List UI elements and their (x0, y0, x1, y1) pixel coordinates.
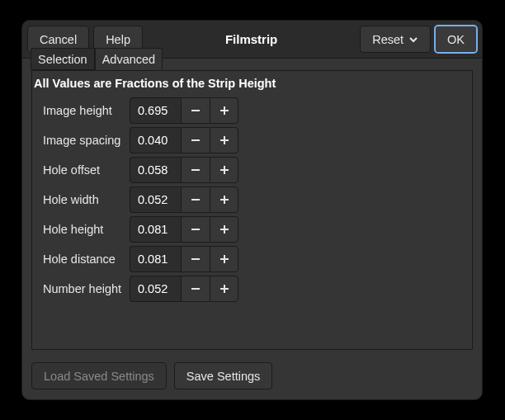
svg-rect-18 (191, 288, 200, 290)
plus-icon (219, 105, 230, 116)
row-hole-height: Hole height 0.081 (43, 215, 461, 244)
dialog-window: Cancel Help Filmstrip Reset OK Selection… (21, 20, 483, 400)
input-hole-distance[interactable]: 0.081 (130, 246, 181, 272)
label-image-spacing: Image spacing (43, 134, 130, 147)
plus-icon (219, 283, 230, 295)
stepper-hole-distance: 0.081 (130, 246, 238, 272)
dialog-body: Selection Advanced All Values are Fracti… (31, 70, 473, 350)
row-image-spacing: Image spacing 0.040 (43, 125, 461, 155)
plus-icon (219, 164, 230, 176)
minus-icon (190, 253, 201, 265)
svg-rect-20 (224, 285, 225, 293)
stepper-hole-height: 0.081 (130, 216, 238, 243)
row-hole-offset: Hole offset 0.058 (43, 155, 461, 185)
row-number-height: Number height 0.052 (43, 274, 461, 304)
label-hole-offset: Hole offset (43, 163, 130, 177)
plus-icon (219, 253, 230, 265)
dialog-title: Filmstrip (225, 32, 277, 46)
input-image-spacing[interactable]: 0.040 (130, 127, 181, 153)
stepper-image-spacing: 0.040 (130, 127, 238, 153)
input-number-height[interactable]: 0.052 (130, 276, 181, 302)
svg-rect-17 (224, 255, 225, 263)
label-hole-width: Hole width (43, 193, 130, 206)
svg-rect-2 (224, 106, 225, 115)
label-hole-height: Hole height (43, 223, 130, 236)
ok-button[interactable]: OK (435, 26, 477, 53)
stepper-number-height: 0.052 (130, 276, 238, 302)
svg-rect-11 (224, 196, 225, 204)
minus-icon (190, 194, 201, 205)
stepper-hole-offset: 0.058 (130, 157, 238, 183)
row-hole-width: Hole width 0.052 (43, 185, 461, 215)
svg-rect-6 (191, 169, 200, 171)
footer: Load Saved Settings Save Settings (31, 362, 272, 389)
increment-image-spacing[interactable] (210, 127, 238, 153)
decrement-image-spacing[interactable] (181, 127, 210, 153)
minus-icon (190, 164, 201, 176)
increment-hole-width[interactable] (210, 186, 238, 213)
minus-icon (190, 105, 201, 116)
save-settings-button[interactable]: Save Settings (174, 362, 272, 389)
label-image-height: Image height (43, 104, 130, 117)
input-hole-height[interactable]: 0.081 (130, 216, 181, 243)
reset-button[interactable]: Reset (360, 26, 431, 53)
chevron-down-icon (408, 35, 418, 45)
input-hole-offset[interactable]: 0.058 (130, 157, 181, 183)
load-saved-settings-button[interactable]: Load Saved Settings (31, 362, 167, 389)
svg-rect-14 (224, 225, 225, 234)
increment-hole-height[interactable] (210, 216, 238, 243)
decrement-image-height[interactable] (181, 97, 210, 124)
reset-button-label: Reset (372, 33, 404, 46)
svg-rect-5 (224, 136, 225, 144)
svg-rect-12 (191, 229, 200, 230)
plus-icon (219, 134, 230, 146)
minus-icon (190, 134, 201, 146)
svg-rect-9 (191, 199, 200, 201)
minus-icon (190, 224, 201, 235)
tab-selection[interactable]: Selection (31, 48, 95, 70)
label-number-height: Number height (43, 282, 130, 295)
increment-image-height[interactable] (210, 97, 238, 124)
increment-hole-distance[interactable] (210, 246, 238, 272)
svg-rect-15 (191, 258, 200, 260)
stepper-image-height: 0.695 (130, 97, 238, 124)
tab-content-advanced: All Values are Fractions of the Strip He… (31, 70, 473, 350)
svg-rect-0 (191, 110, 200, 111)
fields-list: Image height 0.695 Image spacing (43, 96, 461, 304)
stepper-hole-width: 0.052 (130, 186, 238, 213)
tab-bar: Selection Advanced (31, 48, 163, 70)
input-hole-width[interactable]: 0.052 (130, 186, 181, 213)
section-caption: All Values are Fractions of the Strip He… (34, 77, 276, 90)
decrement-hole-distance[interactable] (181, 246, 210, 272)
row-hole-distance: Hole distance 0.081 (43, 244, 461, 274)
svg-rect-3 (191, 139, 200, 141)
row-image-height: Image height 0.695 (43, 96, 461, 125)
decrement-hole-offset[interactable] (181, 157, 210, 183)
decrement-number-height[interactable] (181, 276, 210, 302)
input-image-height[interactable]: 0.695 (130, 97, 181, 124)
svg-rect-8 (224, 166, 225, 174)
decrement-hole-width[interactable] (181, 186, 210, 213)
increment-hole-offset[interactable] (210, 157, 238, 183)
label-hole-distance: Hole distance (43, 252, 130, 266)
decrement-hole-height[interactable] (181, 216, 210, 243)
plus-icon (219, 224, 230, 235)
increment-number-height[interactable] (210, 276, 238, 302)
tab-advanced[interactable]: Advanced (95, 48, 163, 70)
minus-icon (190, 283, 201, 295)
plus-icon (219, 194, 230, 205)
